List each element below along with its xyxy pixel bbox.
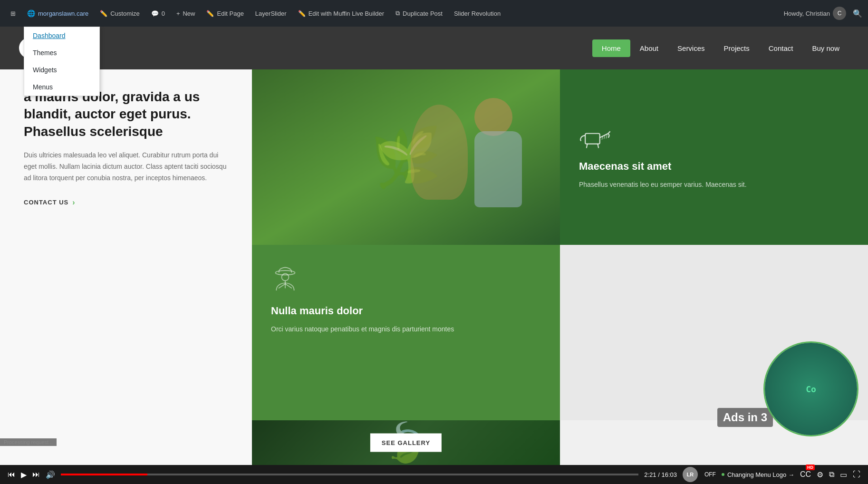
green-card2-title: Nulla mauris dolor <box>271 305 541 317</box>
avatar: C <box>833 7 846 20</box>
channel-text: Changing Menu Logo → <box>727 471 794 478</box>
video-player-bar: ⏮ ▶ ⏭ 🔊 2:21 / 16:03 LR OFF Changing Men… <box>0 465 868 484</box>
green-feature-card-2: Nulla mauris dolor Orci varius natoque p… <box>252 245 560 420</box>
fullscreen-button[interactable]: ⛶ <box>853 470 860 479</box>
settings-button[interactable]: ⚙ <box>817 470 823 479</box>
dropdown-menus[interactable]: Menus <box>24 78 99 96</box>
dropdown-widgets[interactable]: Widgets <box>24 61 99 78</box>
progress-bar[interactable] <box>61 474 638 475</box>
nav-projects[interactable]: Projects <box>714 39 759 57</box>
dashboard-dropdown: Dashboard Themes Widgets Menus <box>24 27 100 96</box>
video-controls-right: CC HD ⚙ ⧉ ▭ ⛶ <box>800 470 860 479</box>
play-button[interactable]: ▶ <box>21 470 27 479</box>
howdy-section: Howdy, Christian C 🔍 <box>784 7 862 20</box>
arrow-icon: › <box>72 198 75 207</box>
edit-icon: ✏️ <box>206 10 214 17</box>
live-dot <box>722 473 724 476</box>
plus-icon: + <box>176 10 180 17</box>
channel-info: Changing Menu Logo → <box>722 471 794 478</box>
wp-icon: ⊞ <box>10 10 16 17</box>
nav-contact[interactable]: Contact <box>759 39 803 57</box>
nav-home[interactable]: Home <box>592 39 630 57</box>
skip-back-button[interactable]: ⏮ <box>8 470 15 479</box>
theatre-button[interactable]: ▭ <box>840 470 847 479</box>
customize-icon: ✏️ <box>100 10 107 17</box>
comments-button[interactable]: 💬 0 <box>146 0 170 27</box>
skip-forward-button[interactable]: ⏭ <box>32 470 40 479</box>
edit-page-button[interactable]: ✏️ Edit Page <box>202 0 248 27</box>
processing-text: Processing request... <box>0 438 57 446</box>
dropdown-dashboard[interactable]: Dashboard <box>24 27 99 44</box>
muffin-icon: ✏️ <box>298 10 306 17</box>
ad-overlay[interactable]: Co <box>763 341 858 436</box>
miniplayer-button[interactable]: ⧉ <box>829 470 834 479</box>
nav-menu: Home About Services Projects Contact Buy… <box>592 39 849 57</box>
captions-button[interactable]: CC HD <box>800 470 811 479</box>
site-preview: 🌿 BeGarden Design Home About Services Pr… <box>0 27 868 465</box>
garden-photo-cell: 🌱 <box>252 69 560 245</box>
new-label: New <box>183 10 195 17</box>
svg-rect-0 <box>585 134 600 144</box>
time-display: 2:21 / 16:03 <box>644 471 677 478</box>
lr-badge[interactable]: LR <box>683 467 698 482</box>
duplicate-post-button[interactable]: ⧉ Duplicate Post <box>391 0 447 27</box>
slider-revolution-label: Slider Revolution <box>454 10 501 17</box>
dropdown-themes[interactable]: Themes <box>24 44 99 61</box>
green-card-title: Maecenas sit amet <box>579 160 849 173</box>
muffin-builder-button[interactable]: ✏️ Edit with Muffin Live Builder <box>293 0 389 27</box>
svg-line-1 <box>587 144 588 148</box>
wp-logo-button[interactable]: ⊞ <box>6 0 20 27</box>
green-feature-card: Maecenas sit amet Phasellus venenatis le… <box>560 69 868 245</box>
ads-in-text: Ads in 3 <box>717 408 773 427</box>
customize-button[interactable]: ✏️ Customize <box>95 0 144 27</box>
nav-buy-now[interactable]: Buy now <box>802 39 849 57</box>
person-hat-icon <box>271 264 299 297</box>
duplicate-icon: ⧉ <box>395 10 400 17</box>
main-text: Duis ultricies malesuada leo vel aliquet… <box>24 150 228 184</box>
progress-bar-fill <box>61 474 147 475</box>
layerslider-label: LayerSlider <box>255 10 287 17</box>
edit-page-label: Edit Page <box>217 10 243 17</box>
green-card-text: Phasellus venenatis leo eu semper varius… <box>579 179 849 190</box>
duplicate-label: Duplicate Post <box>403 10 443 17</box>
watering-can-icon <box>579 125 612 151</box>
customize-label: Customize <box>110 10 139 17</box>
comments-count: 0 <box>162 10 165 17</box>
svg-point-6 <box>275 271 295 275</box>
contact-us-button[interactable]: CONTACT US › <box>24 198 228 207</box>
nav-about[interactable]: About <box>630 39 668 57</box>
layerslider-button[interactable]: LayerSlider <box>251 0 291 27</box>
new-button[interactable]: + New <box>172 0 200 27</box>
nav-services[interactable]: Services <box>668 39 714 57</box>
ad-background: Co <box>765 343 857 435</box>
site-nav: 🌿 BeGarden Design Home About Services Pr… <box>0 27 868 69</box>
off-toggle: OFF <box>704 471 716 478</box>
contact-us-label: CONTACT US <box>24 199 68 206</box>
see-gallery-button[interactable]: SEE GALLERY <box>370 434 442 452</box>
site-name-button[interactable]: 🌐 morganslawn.care <box>22 0 93 27</box>
muffin-label: Edit with Muffin Live Builder <box>309 10 384 17</box>
site-name-label: morganslawn.care <box>38 10 88 17</box>
svg-line-2 <box>598 144 598 148</box>
site-content: a mauris dolor, gravida a us blandit, au… <box>0 69 868 465</box>
left-section: a mauris dolor, gravida a us blandit, au… <box>0 69 252 465</box>
search-icon[interactable]: 🔍 <box>853 9 862 18</box>
admin-bar: ⊞ 🌐 morganslawn.care ✏️ Customize 💬 0 + … <box>0 0 868 27</box>
hd-badge: HD <box>806 465 815 470</box>
howdy-text: Howdy, Christian <box>784 10 830 17</box>
gallery-photo-cell: 🍃 SEE GALLERY <box>252 420 560 465</box>
slider-revolution-button[interactable]: Slider Revolution <box>449 0 505 27</box>
mute-button[interactable]: 🔊 <box>46 470 55 479</box>
main-heading: a mauris dolor, gravida a us blandit, au… <box>24 88 228 140</box>
green-card2-text: Orci varius natoque penatibus et magnis … <box>271 324 541 334</box>
site-favicon: 🌐 <box>27 10 35 17</box>
comments-icon: 💬 <box>151 10 159 17</box>
